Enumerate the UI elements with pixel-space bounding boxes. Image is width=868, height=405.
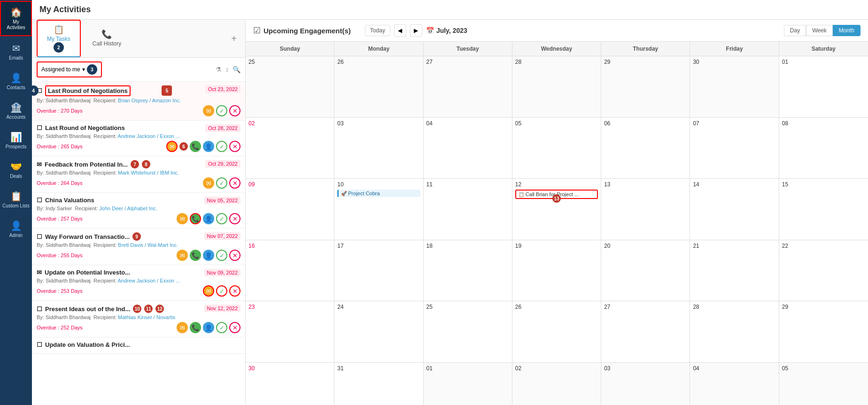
sidebar-item-prospects[interactable]: 📊 Prospects [0, 126, 32, 155]
email-button[interactable]: ✉ [203, 285, 214, 297]
calendar-cell: 16 [246, 240, 334, 301]
activity-by: By: Siddharth Bhardwaj Recipient: Mathia… [37, 314, 240, 320]
activity-date: Oct 29, 2022 [205, 160, 240, 168]
date-number: 12 [515, 181, 521, 188]
activity-by: By: Siddharth Bhardwaj Recipient: Andrew… [37, 278, 240, 283]
search-icon[interactable]: 🔍 [232, 66, 240, 73]
user-button[interactable]: 👤 [203, 141, 214, 152]
calendar-cell: 09 [246, 179, 334, 240]
date-number: 05 [515, 120, 521, 127]
x-button[interactable]: ✕ [229, 213, 240, 224]
calendar-week: 23 24 25 26 27 28 29 [246, 301, 868, 363]
email-button[interactable]: ✉ [177, 322, 188, 333]
activity-title-text: Last Round of Negotiations [45, 85, 131, 96]
activity-title-text: Last Round of Negotiations [45, 124, 125, 131]
check-button[interactable]: ✓ [216, 285, 227, 297]
accounts-icon: 🏦 [10, 102, 22, 113]
left-panel: 📋 My Tasks 2 📞 Call History + Assigned t… [32, 20, 246, 405]
calendar-event-project-cobra[interactable]: 🚀 Project Cobra [337, 190, 420, 197]
calendar-cell: 24 [334, 301, 423, 362]
activity-overdue: Overdue : 265 Days ✉ 6 📞 👤 ✓ ✕ [37, 141, 240, 152]
sidebar-item-emails[interactable]: ✉ Emails [0, 37, 32, 67]
email-button[interactable]: ✉ [166, 141, 178, 152]
email-button[interactable]: ✉ [203, 105, 214, 116]
task-icon: ☐ [37, 124, 42, 131]
next-month-button[interactable]: ▶ [410, 24, 422, 37]
call-button[interactable]: 📞 [190, 141, 201, 152]
sidebar-item-contacts[interactable]: 👤 Contacts [0, 67, 32, 96]
calendar-cell: 04 [690, 363, 779, 405]
activity-header: ☐ China Valuations Nov 05, 2022 [37, 197, 240, 204]
calendar-cell: 03 [601, 363, 690, 405]
calendar-cell: 29 [601, 56, 690, 117]
add-tab-button[interactable]: + [227, 30, 240, 48]
activity-item: ☐ Present Ideas out of the Ind... 10 11 … [32, 301, 245, 337]
call-button[interactable]: 📞 [190, 250, 201, 261]
day-name-wednesday: Wednesday [512, 42, 601, 56]
email-button[interactable]: ✉ [203, 177, 214, 189]
check-button[interactable]: ✓ [216, 141, 227, 152]
activity-by: By: Siddharth Bhardwaj Recipient: Brian … [37, 98, 240, 103]
week-view-button[interactable]: Week [806, 25, 832, 36]
sort-icon[interactable]: ↕ [225, 66, 229, 73]
date-number: 22 [782, 243, 788, 249]
today-button[interactable]: Today [365, 25, 390, 36]
x-button[interactable]: ✕ [229, 250, 240, 261]
date-number: 01 [782, 59, 788, 65]
x-button[interactable]: ✕ [229, 285, 240, 297]
activity-overdue: Overdue : 253 Days ✉ ✓ ✕ [37, 285, 240, 297]
sidebar-item-custom-lists[interactable]: 📋 Custom Lists [0, 185, 32, 214]
calendar-cell: 04 [424, 118, 512, 179]
call-button[interactable]: 📞 [190, 322, 201, 333]
x-button[interactable]: ✕ [229, 105, 240, 116]
sidebar-item-my-activities[interactable]: 🏠 My Activities [0, 1, 32, 36]
admin-icon: 👤 [10, 220, 22, 231]
email-icon: ✉ [37, 161, 42, 168]
activity-item: 4 ☐ Last Round of Negotiations 5 Oct 23,… [32, 82, 245, 121]
activity-overdue: Overdue : 255 Days ✉ 📞 👤 ✓ ✕ [37, 250, 240, 261]
user-button[interactable]: 👤 [203, 322, 214, 333]
day-view-button[interactable]: Day [784, 25, 806, 36]
assigned-to-filter[interactable]: Assigned to me ▾ 3 [37, 61, 102, 77]
user-button[interactable]: 👤 [203, 250, 214, 261]
sidebar-item-label: Deals [10, 174, 22, 179]
prev-month-button[interactable]: ◀ [394, 24, 406, 37]
activity-list: 4 ☐ Last Round of Negotiations 5 Oct 23,… [32, 82, 245, 405]
check-button[interactable]: ✓ [216, 322, 227, 333]
calendar-weeks: 25 26 27 28 29 30 01 02 03 04 05 0 [246, 56, 868, 405]
email-button[interactable]: ✉ [177, 250, 188, 261]
sidebar-item-deals[interactable]: 🤝 Deals [0, 155, 32, 185]
sidebar-item-admin[interactable]: 👤 Admin [0, 214, 32, 244]
calendar-cell: 25 [424, 301, 512, 362]
x-button[interactable]: ✕ [229, 141, 240, 152]
date-number: 10 [337, 181, 343, 188]
activity-date: Nov 12, 2022 [204, 305, 240, 312]
month-view-button[interactable]: Month [833, 25, 860, 36]
calendar-cell: 27 [601, 301, 690, 362]
x-button[interactable]: ✕ [229, 322, 240, 333]
overdue-text: Overdue : 252 Days [37, 325, 83, 330]
sidebar-item-label: My Activities [3, 19, 29, 31]
calendar-icon: 📅 [426, 27, 434, 34]
calendar-cell: 19 [512, 240, 601, 301]
filter-icons: ⚗ ↕ 🔍 [216, 66, 240, 73]
check-button[interactable]: ✓ [216, 250, 227, 261]
check-button[interactable]: ✓ [216, 105, 227, 116]
call-button[interactable]: 📞 [190, 213, 201, 224]
x-button[interactable]: ✕ [229, 177, 240, 189]
tab-call-history[interactable]: 📞 Call History [83, 25, 131, 52]
dropdown-arrow-icon: ▾ [82, 66, 85, 73]
check-button[interactable]: ✓ [216, 177, 227, 189]
action-buttons: ✉ ✓ ✕ [203, 177, 240, 189]
calendar-cell: 02 [512, 363, 601, 405]
sidebar-item-label: Contacts [7, 85, 25, 91]
check-button[interactable]: ✓ [216, 213, 227, 224]
tab-my-tasks[interactable]: 📋 My Tasks 2 [37, 20, 81, 57]
filter-icon[interactable]: ⚗ [216, 66, 222, 73]
activity-date: Oct 23, 2022 [205, 85, 240, 93]
activity-title-text: Update on Valuation & Prici... [45, 341, 130, 348]
user-button[interactable]: 👤 [203, 213, 214, 224]
calendar-event-call-brian[interactable]: 📋 Call Brian for Project ... 13 [515, 190, 598, 199]
sidebar-item-accounts[interactable]: 🏦 Accounts [0, 96, 32, 126]
email-button[interactable]: ✉ [177, 213, 188, 224]
